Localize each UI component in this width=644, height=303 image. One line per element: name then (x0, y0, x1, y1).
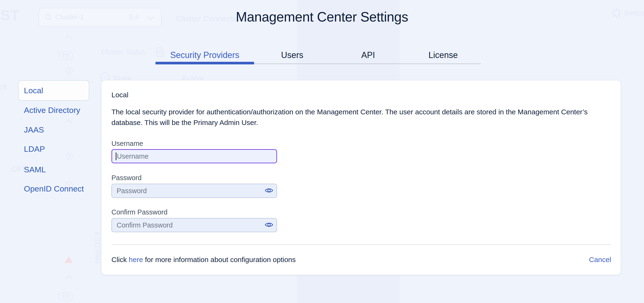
count-badge-ghost: 2 (65, 67, 73, 75)
toggle-confirm-password-visibility-button[interactable] (264, 221, 274, 229)
password-label: Password (112, 174, 142, 182)
tab-users[interactable]: Users (268, 50, 316, 60)
tab-api[interactable]: API (349, 50, 387, 60)
panel-heading: Local (112, 91, 128, 99)
footer-divider (112, 244, 611, 245)
username-label: Username (112, 140, 143, 147)
map-label-ghost: Map (15.6 (93, 231, 101, 263)
management-center-settings-screen: ST Cluster-1 5.4 Cluster Connections Set… (0, 0, 644, 303)
text-cursor (116, 152, 116, 160)
tab-security-providers[interactable]: Security Providers (156, 50, 254, 60)
panel-description: The local security provider for authenti… (112, 107, 588, 128)
members-badge-ghost: 7/7 (59, 51, 73, 60)
local-provider-panel: Local The local security provider for au… (101, 80, 621, 275)
eye-icon (264, 222, 274, 228)
page-title: Management Center Settings (0, 9, 644, 25)
username-input[interactable] (112, 149, 277, 163)
sidebar-item-active-directory[interactable]: Active Directory (24, 106, 80, 115)
document-icon (156, 47, 164, 57)
cut-text-ghost: ck (0, 82, 7, 92)
sidebar-item-label: Local (24, 81, 43, 100)
password-input[interactable] (112, 184, 277, 198)
chevron-up-icon (66, 275, 73, 282)
cancel-button[interactable]: Cancel (589, 256, 611, 264)
active-tab-indicator (156, 62, 254, 64)
more-info-link[interactable]: here (129, 256, 143, 263)
sidebar-item-saml[interactable]: SAML (24, 165, 46, 174)
sidebar-item-local[interactable]: Local (18, 80, 89, 101)
sidebar-item-jaas[interactable]: JAAS (24, 125, 44, 134)
eye-icon (264, 187, 274, 194)
warning-triangle-icon (64, 256, 73, 263)
tab-license[interactable]: License (420, 50, 467, 60)
footer-text-before: Click (112, 256, 127, 263)
confirm-password-label: Confirm Password (112, 208, 168, 216)
confirm-password-input[interactable] (112, 218, 277, 232)
cluster-status-ghost: Cluster Status (101, 48, 146, 56)
count-badge-ghost: 2 (66, 153, 73, 160)
chevron-up-icon (66, 119, 73, 126)
footer-text-after: for more information about configuration… (145, 256, 296, 263)
sidebar-item-ldap[interactable]: LDAP (24, 144, 45, 154)
toggle-password-visibility-button[interactable] (264, 187, 274, 195)
members-badge-ghost: 7/7 (58, 292, 73, 301)
sidebar-item-openid-connect[interactable]: OpenID Connect (24, 184, 84, 193)
chevron-up-icon (65, 35, 72, 42)
footer-help-text: Click here for more information about co… (112, 256, 296, 264)
